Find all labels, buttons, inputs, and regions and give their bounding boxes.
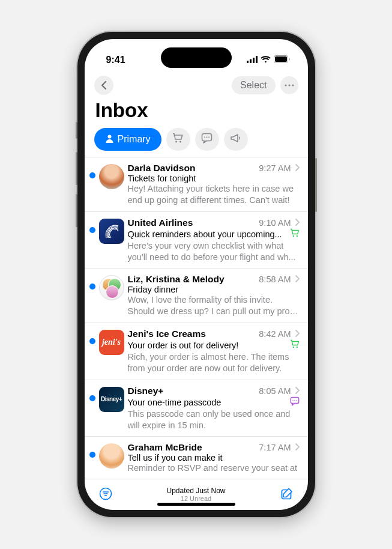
unread-indicator <box>89 338 95 344</box>
chevron-right-icon <box>295 274 300 284</box>
avatar: jeni's <box>99 330 124 355</box>
message-subject: Quick reminders about your upcoming... <box>128 229 286 239</box>
message-subject: Tickets for tonight <box>128 174 300 183</box>
screen: 9:41 Select <box>85 39 308 510</box>
silent-switch <box>76 122 77 139</box>
chevron-right-icon <box>295 218 300 228</box>
message-preview: Here's your very own checklist with what… <box>128 240 300 263</box>
filter-transactions[interactable] <box>166 128 190 151</box>
svg-point-20 <box>296 347 297 348</box>
toolbar-updated: Updated Just Now <box>166 487 225 495</box>
person-icon <box>105 134 114 145</box>
filter-primary[interactable]: Primary <box>94 128 161 151</box>
svg-rect-3 <box>256 56 258 63</box>
message-row[interactable]: jeni'sJeni's Ice Creams8:42 AMYour order… <box>85 323 308 380</box>
unread-indicator <box>89 227 95 233</box>
power-button <box>315 158 317 212</box>
battery-icon <box>274 55 290 65</box>
wifi-icon <box>261 55 271 65</box>
svg-point-10 <box>107 135 111 138</box>
message-time: 9:10 AM <box>259 218 291 228</box>
toolbar-unread-count: 12 Unread <box>166 495 225 503</box>
filter-promotions[interactable] <box>224 128 248 151</box>
svg-rect-0 <box>247 61 249 63</box>
category-badge-icon <box>290 339 300 351</box>
volume-down-button <box>76 194 77 227</box>
message-row[interactable]: Disney+Disney+8:05 AMYour one-time passc… <box>85 380 308 437</box>
svg-point-7 <box>285 84 286 86</box>
message-preview: This passcode can only be used once and … <box>128 408 300 431</box>
megaphone-icon <box>230 133 241 146</box>
volume-up-button <box>76 152 77 185</box>
unread-indicator <box>89 284 95 290</box>
message-time: 8:05 AM <box>259 386 291 396</box>
svg-rect-5 <box>275 56 287 62</box>
unread-indicator <box>89 172 95 178</box>
message-subject: Friday dinner <box>128 285 300 294</box>
category-filters: Primary <box>85 127 308 157</box>
message-row[interactable]: Darla Davidson9:27 AMTickets for tonight… <box>85 157 308 212</box>
category-badge-icon <box>290 396 300 408</box>
svg-rect-6 <box>289 58 289 61</box>
svg-rect-2 <box>253 58 255 63</box>
svg-point-23 <box>294 400 295 401</box>
nav-bar: Select <box>85 73 308 98</box>
page-title: Inbox <box>95 99 297 122</box>
message-sender: Jeni's Ice Creams <box>128 329 206 339</box>
message-preview: Hey! Attaching your tickets here in case… <box>128 183 300 206</box>
avatar <box>99 219 124 244</box>
message-sender: Graham McBride <box>128 442 202 453</box>
cellular-icon <box>247 55 258 65</box>
chat-icon <box>201 133 213 146</box>
message-sender: Liz, Kristina & Melody <box>128 274 225 285</box>
filter-button[interactable] <box>99 487 112 503</box>
svg-point-8 <box>288 84 290 86</box>
svg-point-15 <box>207 137 208 138</box>
chevron-right-icon <box>295 163 300 173</box>
message-sender: Disney+ <box>128 386 164 396</box>
message-preview: Rich, your order is almost here. The ite… <box>128 351 300 374</box>
svg-point-22 <box>292 400 293 401</box>
chevron-right-icon <box>295 329 300 339</box>
svg-point-14 <box>204 137 205 138</box>
message-subject: Your one-time passcode <box>128 398 286 407</box>
message-sender: United Airlines <box>128 217 193 228</box>
filter-primary-label: Primary <box>118 134 151 145</box>
message-row[interactable]: Liz, Kristina & Melody8:58 AMFriday dinn… <box>85 268 308 323</box>
home-indicator[interactable] <box>157 503 235 506</box>
dynamic-island <box>161 47 232 68</box>
message-list[interactable]: Darla Davidson9:27 AMTickets for tonight… <box>85 157 308 479</box>
svg-point-19 <box>292 347 294 348</box>
message-preview: Reminder to RSVP and reserve your seat a… <box>128 463 300 474</box>
message-time: 8:58 AM <box>259 274 291 284</box>
message-time: 9:27 AM <box>259 163 291 173</box>
cart-icon <box>172 133 184 146</box>
svg-point-16 <box>208 137 210 138</box>
message-subject: Tell us if you can make it <box>128 453 300 463</box>
status-time: 9:41 <box>106 55 125 65</box>
svg-point-17 <box>292 235 294 236</box>
svg-point-24 <box>296 400 297 401</box>
message-row[interactable]: Graham McBride7:17 AMTell us if you can … <box>85 437 308 474</box>
more-button[interactable] <box>280 76 298 94</box>
compose-button[interactable] <box>280 487 294 503</box>
filter-updates[interactable] <box>195 128 219 151</box>
phone-frame: 9:41 Select <box>77 32 315 517</box>
avatar <box>99 275 124 300</box>
svg-point-11 <box>175 141 177 143</box>
avatar: Disney+ <box>99 387 124 412</box>
unread-indicator <box>89 452 95 458</box>
message-row[interactable]: United Airlines9:10 AMQuick reminders ab… <box>85 212 308 269</box>
svg-rect-1 <box>250 59 252 64</box>
avatar <box>99 443 124 469</box>
message-preview: Wow, I love the formality of this invite… <box>128 294 300 317</box>
svg-point-12 <box>179 141 181 143</box>
message-time: 8:42 AM <box>259 329 291 339</box>
back-button[interactable] <box>94 76 113 95</box>
message-subject: Your order is out for delivery! <box>128 341 286 350</box>
chevron-right-icon <box>295 386 300 396</box>
message-sender: Darla Davidson <box>128 163 196 174</box>
chevron-right-icon <box>295 443 300 452</box>
select-button[interactable]: Select <box>232 76 275 94</box>
unread-indicator <box>89 395 95 401</box>
